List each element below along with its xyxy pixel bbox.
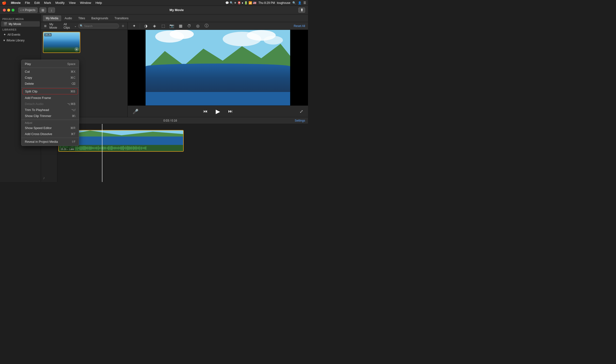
skip-back-button[interactable]: ⏮ bbox=[202, 108, 209, 115]
waveform-bar bbox=[105, 147, 105, 150]
waveform-bar bbox=[146, 146, 146, 150]
gear-button[interactable]: ⚙ bbox=[121, 23, 125, 29]
ctx-sep-4 bbox=[21, 138, 79, 138]
waveform-bar bbox=[97, 147, 97, 150]
timeline-tracks: 16.2s 16.2s – Lake bbox=[57, 124, 308, 182]
main-split: ⊞ My Movie All Clips ⌄ 🔍 ⚙ 16.2s bbox=[41, 22, 308, 117]
menubar-user-icon[interactable]: 👤 bbox=[298, 1, 301, 5]
grid-toggle-button[interactable]: ⊞ bbox=[43, 23, 48, 29]
waveform-bar bbox=[88, 147, 88, 149]
audio-button[interactable]: ▦ bbox=[177, 23, 184, 29]
menu-edit[interactable]: Edit bbox=[33, 1, 41, 5]
menu-mark[interactable]: Mark bbox=[43, 1, 52, 5]
tab-backgrounds[interactable]: Backgrounds bbox=[88, 15, 111, 21]
menu-window[interactable]: Window bbox=[79, 1, 92, 5]
ctx-reveal-in-project-media[interactable]: Reveal in Project Media ⇧F bbox=[21, 139, 79, 145]
noise-reduction-button[interactable]: ◎ bbox=[194, 23, 201, 29]
ctx-add-freeze-frame[interactable]: Add Freeze Frame bbox=[21, 95, 79, 101]
waveform-bar bbox=[121, 146, 122, 150]
waveform-bar bbox=[137, 147, 137, 150]
speed-button[interactable]: ⏱ bbox=[186, 23, 192, 29]
clip-add-button[interactable]: + bbox=[74, 47, 79, 52]
waveform-bar bbox=[107, 148, 107, 149]
waveform-bar bbox=[83, 146, 83, 150]
ctx-show-clip-trimmer[interactable]: Show Clip Trimmer ⌘\ bbox=[21, 113, 79, 119]
waveform-bar bbox=[118, 147, 118, 149]
ctx-show-speed-editor[interactable]: Show Speed Editor ⌘R bbox=[21, 125, 79, 131]
sidebar-item-imovie-library[interactable]: ▾ iMovie Library bbox=[1, 38, 40, 43]
clips-filter[interactable]: All Clips ⌄ bbox=[64, 23, 77, 29]
fullscreen-button[interactable] bbox=[12, 9, 14, 12]
waveform-bar bbox=[95, 147, 96, 149]
download-button[interactable]: ↓ bbox=[48, 7, 55, 13]
ctx-show-clip-trimmer-label: Show Clip Trimmer bbox=[25, 114, 51, 118]
sidebar-item-my-movie[interactable]: 🎬 My Movie bbox=[1, 21, 40, 27]
crop-button[interactable]: ⬚ bbox=[160, 23, 166, 29]
apple-icon[interactable]: 🍎 bbox=[2, 1, 7, 5]
preview-toolbar: ✦ ◑ ◈ ⬚ 📷 ▦ ⏱ ◎ ⓘ Reset All bbox=[128, 22, 308, 30]
close-button[interactable] bbox=[3, 9, 6, 12]
expand-button[interactable]: ⤢ bbox=[300, 109, 303, 114]
share-button[interactable]: ⬆ bbox=[298, 7, 305, 13]
waveform-bar bbox=[138, 146, 138, 150]
menubar-search-icon[interactable]: 🔍 bbox=[292, 1, 296, 5]
waveform-bar bbox=[79, 146, 80, 150]
ctx-detach-audio: Detach Audio ⌥⌘B bbox=[21, 101, 79, 107]
libraries-label: LIBRARIES bbox=[0, 27, 41, 32]
menubar-icons: 💬 🔍 ✈ 📮 ♦ 🔋 📶 🇺🇸 bbox=[225, 1, 256, 5]
magic-wand-button[interactable]: ✦ bbox=[131, 23, 137, 29]
projects-button[interactable]: ‹ < Projects bbox=[18, 7, 38, 13]
search-box[interactable]: 🔍 bbox=[78, 24, 119, 28]
microphone-button[interactable]: 🎤 bbox=[133, 109, 138, 114]
menu-file[interactable]: File bbox=[24, 1, 31, 5]
settings-button[interactable]: Settings bbox=[295, 119, 305, 122]
clip-thumbnail[interactable]: 16.2s + bbox=[43, 32, 80, 53]
waveform-bar bbox=[93, 147, 94, 149]
tab-titles[interactable]: Titles bbox=[75, 15, 88, 21]
waveform-bar bbox=[112, 147, 113, 149]
skip-forward-button[interactable]: ⏭ bbox=[227, 108, 234, 115]
sidebar-item-all-events[interactable]: ✦ All Events bbox=[1, 32, 40, 37]
preview-panel: ✦ ◑ ◈ ⬚ 📷 ▦ ⏱ ◎ ⓘ Reset All bbox=[128, 22, 308, 117]
menubar-username: toughouse bbox=[277, 1, 290, 5]
menu-help[interactable]: Help bbox=[95, 1, 103, 5]
menu-view[interactable]: View bbox=[68, 1, 77, 5]
ctx-copy-shortcut: ⌘C bbox=[70, 76, 75, 79]
tab-transitions[interactable]: Transitions bbox=[111, 15, 131, 21]
waveform-bar bbox=[105, 147, 106, 150]
ctx-play[interactable]: Play Space bbox=[21, 61, 79, 67]
ctx-detach-audio-shortcut: ⌥⌘B bbox=[67, 102, 75, 106]
grid-view-button[interactable]: ⊞ bbox=[40, 7, 46, 13]
stabilization-button[interactable]: 📷 bbox=[168, 23, 175, 29]
ctx-copy-label: Copy bbox=[25, 76, 32, 79]
menubar-list-icon[interactable]: ☰ bbox=[303, 1, 306, 5]
minimize-button[interactable] bbox=[7, 9, 10, 12]
ctx-split-clip[interactable]: Split Clip ⌘B bbox=[22, 88, 78, 94]
waveform-bar bbox=[90, 147, 91, 150]
ctx-cut[interactable]: Cut ⌘X bbox=[21, 69, 79, 75]
color-balance-button[interactable]: ◑ bbox=[142, 23, 149, 29]
ctx-delete[interactable]: Delete ⌫ bbox=[21, 81, 79, 87]
waveform-bar bbox=[138, 147, 139, 149]
tab-audio[interactable]: Audio bbox=[62, 15, 75, 21]
search-input[interactable] bbox=[84, 25, 117, 27]
color-correction-button[interactable]: ◈ bbox=[151, 23, 158, 29]
toolbar-separator bbox=[140, 24, 140, 28]
info-button[interactable]: ⓘ bbox=[203, 23, 210, 29]
ctx-trim-to-playhead[interactable]: Trim To Playhead ⌥/ bbox=[21, 107, 79, 113]
clip-duration-badge: 16.2s bbox=[44, 33, 52, 36]
menu-imovie[interactable]: iMovie bbox=[10, 1, 21, 5]
media-title: My Movie bbox=[49, 23, 61, 29]
library-expand-icon: ▾ bbox=[3, 39, 5, 42]
menu-modify[interactable]: Modify bbox=[55, 1, 66, 5]
tab-my-media[interactable]: My Media bbox=[43, 15, 61, 21]
waveform-bar bbox=[144, 147, 144, 149]
waveform-bar bbox=[113, 147, 114, 149]
playhead[interactable] bbox=[102, 124, 102, 182]
play-button[interactable]: ▶ bbox=[214, 108, 222, 115]
ctx-add-cross-dissolve[interactable]: Add Cross Dissolve ⌘T bbox=[21, 131, 79, 137]
ctx-copy[interactable]: Copy ⌘C bbox=[21, 75, 79, 81]
reset-all-button[interactable]: Reset All bbox=[294, 24, 305, 28]
waveform-bar bbox=[111, 146, 111, 150]
video-frame bbox=[128, 30, 308, 105]
